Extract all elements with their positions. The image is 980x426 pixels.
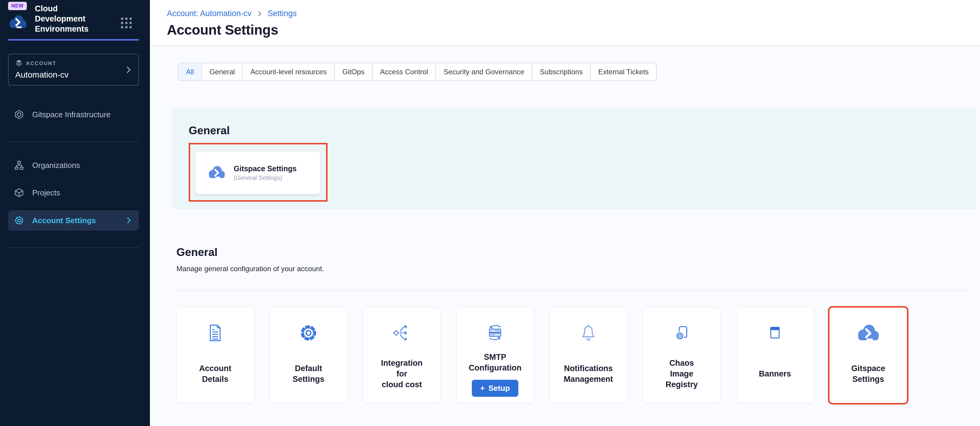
sidebar-item-account-settings[interactable]: Account Settings	[8, 210, 139, 231]
sidebar-divider	[8, 142, 139, 142]
tab-security-and-governance[interactable]: Security and Governance	[436, 63, 532, 80]
sidebar-nav: Gitspace Infrastructure Organizations	[0, 104, 150, 248]
card-label: Integration for cloud cost	[381, 351, 423, 397]
feature-card-title: Gitspace Settings	[234, 164, 297, 173]
gitspace-settings-feature-card[interactable]: Gitspace Settings (General Settings)	[196, 152, 320, 194]
brand-header: NEW Cloud Development Environments	[0, 0, 150, 45]
branch-arrows-icon	[392, 315, 412, 351]
banner-window-icon	[766, 315, 784, 351]
sidebar-item-label: Organizations	[32, 161, 80, 170]
app-window: NEW Cloud Development Environments	[0, 0, 980, 426]
card-smtp-configuration[interactable]: SMTP Configuration + Setup	[456, 308, 534, 403]
gitspace-cloud-icon	[856, 315, 881, 351]
gear-icon	[299, 315, 318, 351]
brand-underline	[8, 39, 139, 41]
account-scope-label: ACCOUNT	[26, 61, 57, 67]
smtp-setup-button[interactable]: + Setup	[472, 380, 518, 397]
breadcrumb: Account: Automation-cv Settings	[167, 9, 980, 18]
general-highlight-section: General	[172, 107, 975, 209]
product-title: Cloud Development Environments	[35, 3, 89, 34]
org-chart-icon	[14, 160, 24, 170]
tab-external-tickets[interactable]: External Tickets	[590, 63, 656, 80]
breadcrumb-account-link[interactable]: Account: Automation-cv	[167, 9, 251, 18]
card-label: Default Settings	[293, 351, 325, 397]
sidebar-item-label: Gitspace Infrastructure	[32, 110, 111, 119]
sidebar-divider	[8, 247, 139, 248]
breadcrumb-settings-link[interactable]: Settings	[268, 9, 297, 18]
gitspace-cloud-icon	[207, 165, 226, 181]
sidebar: NEW Cloud Development Environments	[0, 0, 150, 426]
card-banners[interactable]: Banners	[736, 308, 814, 403]
mail-server-sync-icon	[485, 315, 504, 350]
section-title: General	[189, 124, 975, 137]
highlight-red-box: Gitspace Settings (General Settings)	[189, 143, 328, 202]
card-integration-for-cloud-cost[interactable]: Integration for cloud cost	[363, 308, 441, 403]
card-label: Notifications Management	[564, 351, 613, 397]
card-default-settings[interactable]: Default Settings	[270, 308, 347, 403]
tab-gitops[interactable]: GitOps	[334, 63, 372, 80]
feature-card-subtitle: (General Settings)	[234, 174, 297, 181]
card-notifications-management[interactable]: Notifications Management	[550, 308, 627, 403]
setup-button-label: Setup	[488, 384, 510, 393]
section-description: Manage general configuration of your acc…	[177, 265, 971, 273]
section-divider	[177, 290, 971, 291]
account-name: Automation-cv	[15, 70, 132, 80]
card-label: Banners	[759, 351, 791, 397]
settings-card-grid: Account Details De	[177, 308, 971, 403]
cube-icon	[14, 188, 24, 198]
page-content: All General Account-level resources GitO…	[150, 46, 980, 426]
sidebar-item-label: Account Settings	[32, 216, 96, 225]
bell-icon	[578, 315, 599, 351]
gear-icon	[14, 215, 24, 225]
page-header: Account: Automation-cv Settings Account …	[150, 0, 980, 46]
tab-subscriptions[interactable]: Subscriptions	[532, 63, 590, 80]
new-badge: NEW	[8, 2, 27, 10]
card-label: SMTP Configuration	[469, 352, 522, 373]
image-registry-gear-icon	[672, 315, 691, 351]
document-icon	[206, 315, 224, 351]
chevron-right-icon	[256, 10, 263, 17]
feature-card-texts: Gitspace Settings (General Settings)	[234, 164, 297, 181]
card-label: Gitspace Settings	[851, 351, 885, 397]
card-gitspace-settings[interactable]: Gitspace Settings	[829, 308, 907, 403]
sidebar-item-projects[interactable]: Projects	[0, 182, 150, 203]
sidebar-item-gitspace-infrastructure[interactable]: Gitspace Infrastructure	[0, 104, 150, 125]
account-scope-label-row: ACCOUNT	[15, 59, 132, 68]
sidebar-item-organizations[interactable]: Organizations	[0, 155, 150, 176]
chevron-right-icon	[124, 216, 133, 225]
general-section: General Manage general configuration of …	[177, 246, 971, 403]
card-label: Chaos Image Registry	[665, 351, 698, 397]
tab-general[interactable]: General	[202, 63, 242, 80]
account-scope-selector[interactable]: ACCOUNT Automation-cv	[8, 54, 139, 86]
main-area: Account: Automation-cv Settings Account …	[150, 0, 980, 426]
tab-access-control[interactable]: Access Control	[372, 63, 436, 80]
settings-category-tabs: All General Account-level resources GitO…	[178, 63, 657, 81]
card-label: Account Details	[199, 351, 231, 397]
page-title: Account Settings	[167, 22, 980, 38]
plus-icon: +	[480, 384, 485, 393]
layers-icon	[15, 59, 23, 68]
cde-cloud-prompt-logo	[8, 14, 28, 31]
tab-account-level-resources[interactable]: Account-level resources	[242, 63, 334, 80]
chevron-right-icon	[124, 65, 133, 74]
hexagon-target-icon	[14, 110, 24, 120]
card-account-details[interactable]: Account Details	[177, 308, 254, 403]
section-title: General	[177, 246, 971, 258]
tab-all[interactable]: All	[178, 63, 202, 80]
card-chaos-image-registry[interactable]: Chaos Image Registry	[643, 308, 721, 403]
sidebar-item-label: Projects	[32, 188, 60, 198]
app-grid-icon[interactable]	[120, 17, 133, 30]
